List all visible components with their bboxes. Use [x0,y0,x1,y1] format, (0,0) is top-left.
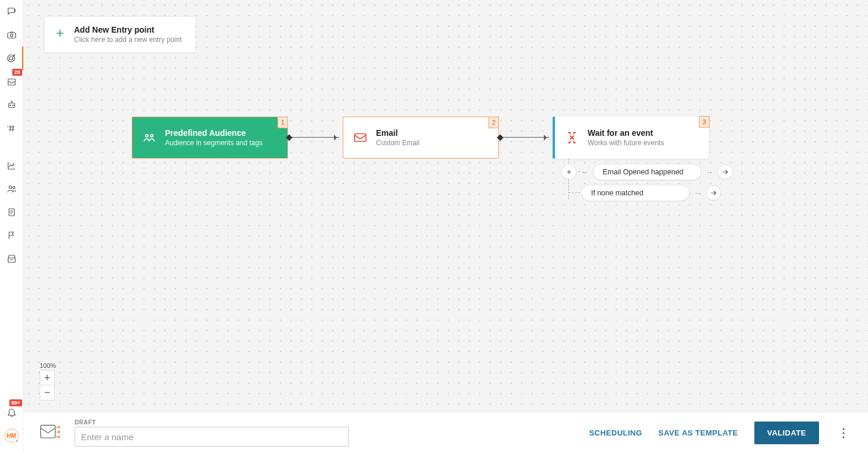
hash-icon [6,123,17,134]
sidebar-item-hash[interactable] [0,117,23,140]
people-icon [6,184,17,194]
sidebar-item-analytics[interactable] [0,154,23,177]
connector-arrow [502,137,549,138]
connector-arrow [291,137,339,138]
branch-pill-none-matched[interactable]: If none matched [581,185,690,201]
svg-point-13 [146,135,148,137]
more-menu-button[interactable] [835,425,852,441]
node-title: Wait for an event [588,128,664,138]
node-subtitle: Audience in segments and tags [165,139,262,147]
add-branch-button[interactable] [561,164,577,180]
node-index: 1 [277,117,288,128]
add-entry-point-card[interactable]: Add New Entry point Click here to add a … [44,16,196,52]
svg-point-20 [842,428,844,430]
svg-rect-6 [8,79,15,86]
zoom-in-button[interactable]: + [40,370,55,385]
dash-line [707,172,712,173]
sidebar-item-flag[interactable] [0,224,23,247]
branch-row-2: If none matched [581,185,721,201]
svg-rect-16 [41,425,55,438]
inbox-icon [6,76,17,87]
notification-badge: 99+ [9,399,22,406]
validate-button[interactable]: VALIDATE [754,422,819,444]
node-index: 2 [489,117,499,128]
svg-point-10 [9,186,12,189]
presence-dot [15,438,19,443]
branch-horizontal-line [568,192,580,193]
bell-icon [6,407,17,417]
audience-icon [142,130,157,145]
zoom-label: 100% [40,361,55,370]
dash-line [695,193,700,194]
node-predefined-audience[interactable]: 1 Predefined Audience Audience in segmen… [132,117,288,159]
sidebar-item-inbox[interactable]: 20 [0,70,23,93]
branch-pill-email-opened[interactable]: Email Opened happened [593,164,701,180]
sidebar-item-notifications[interactable]: 99+ [0,401,23,424]
svg-point-0 [15,10,15,10]
svg-point-5 [9,57,13,60]
svg-point-3 [10,34,13,37]
bottom-bar: DRAFT SCHEDULING SAVE AS TEMPLATE VALIDA… [23,412,868,453]
save-as-template-button[interactable]: SAVE AS TEMPLATE [659,429,738,437]
avatar-initials: HM [7,433,16,439]
entry-card-subtitle: Click here to add a new entry point [74,36,182,44]
sidebar-badge-inbox: 20 [12,69,22,76]
entry-card-title: Add New Entry point [74,25,182,34]
node-subtitle: Custom Email [376,139,420,147]
wait-event-icon [564,130,579,145]
flow-canvas[interactable]: Add New Entry point Click here to add a … [23,0,868,412]
store-icon [6,254,17,264]
svg-point-8 [10,105,11,106]
svg-point-1 [15,11,15,12]
branch-row-1: Email Opened happened [561,164,733,180]
scheduling-button[interactable]: SCHEDULING [589,429,642,437]
svg-point-21 [842,432,844,434]
sidebar-item-people[interactable] [0,177,23,201]
analytics-icon [6,160,17,171]
flow-name-input[interactable] [75,427,349,447]
svg-rect-2 [8,33,16,38]
node-title: Email [376,128,420,138]
svg-point-17 [58,426,60,428]
sidebar-item-bot[interactable] [0,93,23,117]
node-subtitle: Works with future events [588,139,664,147]
branch-next-button[interactable] [718,164,733,180]
status-label: DRAFT [75,419,349,426]
svg-point-18 [58,431,60,433]
sidebar-item-camera[interactable] [0,23,23,47]
avatar: HM [5,429,19,443]
svg-rect-7 [8,103,15,108]
document-icon [6,207,17,217]
svg-point-22 [842,436,844,438]
svg-point-9 [12,105,13,106]
sidebar-item-profile[interactable]: HM [0,424,23,447]
target-icon [6,53,16,64]
node-title: Predefined Audience [165,128,262,138]
node-email[interactable]: 2 Email Custom Email [343,117,499,159]
svg-point-14 [150,135,153,137]
plus-icon [54,27,66,41]
flag-icon [6,230,17,241]
sidebar-item-chat[interactable] [0,0,23,23]
sidebar-item-store[interactable] [0,247,23,271]
zoom-controls: 100% + − [40,361,55,401]
sidebar-item-doc[interactable] [0,201,23,224]
camera-icon [6,30,17,40]
node-wait-for-event[interactable]: 3 Wait for an event Works with future ev… [553,117,709,159]
svg-rect-15 [354,134,366,142]
sidebar: 20 [0,0,23,453]
chat-icon [6,6,17,17]
email-icon [353,130,368,145]
svg-point-11 [12,187,15,189]
zoom-out-button[interactable]: − [40,385,55,401]
journey-icon [40,422,63,444]
node-index: 3 [699,116,709,128]
dash-line [582,172,587,173]
svg-point-19 [58,436,60,437]
branch-next-button[interactable] [706,185,721,201]
bot-icon [6,100,17,110]
sidebar-item-target[interactable] [0,47,23,70]
